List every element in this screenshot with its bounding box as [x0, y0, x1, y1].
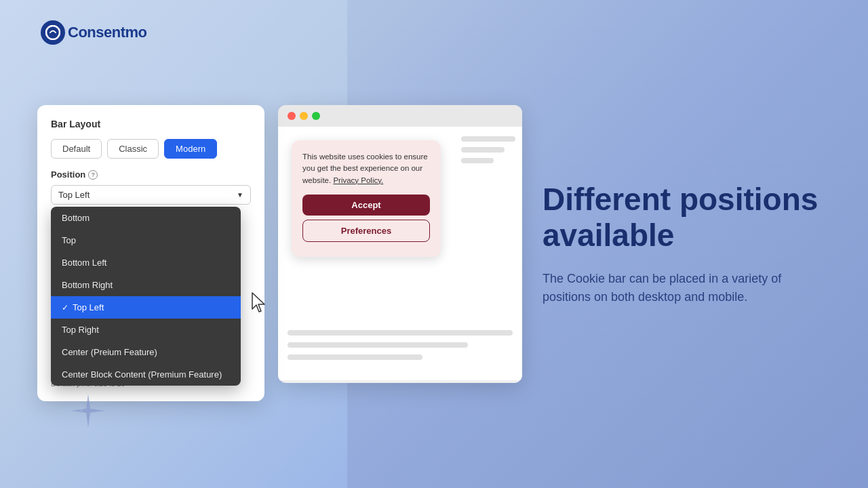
browser-titlebar [278, 105, 522, 127]
classic-layout-button[interactable]: Classic [107, 139, 159, 159]
bar-layout-title: Bar Layout [51, 119, 251, 129]
browser-content-lines [461, 136, 515, 169]
bottom-line-1 [288, 330, 513, 336]
accept-button[interactable]: Accept [302, 195, 430, 216]
traffic-light-yellow [300, 112, 308, 120]
content-line-2 [461, 147, 505, 152]
layout-buttons-group: Default Classic Modern [51, 139, 251, 159]
traffic-light-red [288, 112, 296, 120]
bottom-line-2 [288, 342, 468, 348]
cookie-consent-popup: This website uses cookies to ensure you … [292, 140, 441, 257]
right-description: The Cookie bar can be placed in a variet… [542, 270, 827, 306]
position-option-center-premium[interactable]: Center (Preium Feature) [51, 341, 241, 363]
browser-window-mockup: This website uses cookies to ensure you … [278, 105, 522, 383]
traffic-light-green [312, 112, 320, 120]
position-option-bottom[interactable]: Bottom [51, 207, 241, 229]
browser-content-area: This website uses cookies to ensure you … [278, 127, 522, 380]
right-text-section: Different positions available The Cookie… [542, 182, 827, 306]
position-dropdown-container: Top Left ▼ Bottom Top Bottom Left Bottom… [51, 185, 251, 205]
content-line-3 [461, 158, 494, 163]
selected-checkmark: ✓ [62, 303, 68, 312]
default-layout-button[interactable]: Default [51, 139, 102, 159]
content-line-1 [461, 136, 515, 142]
svg-point-0 [46, 26, 60, 39]
position-label: Position ? [51, 169, 251, 180]
preferences-button[interactable]: Preferences [302, 220, 430, 242]
position-dropdown-menu: Bottom Top Bottom Left Bottom Right ✓ To… [51, 207, 241, 386]
right-main-title: Different positions available [542, 182, 827, 253]
position-selected-value: Top Left [58, 190, 90, 200]
position-option-bottom-right[interactable]: Bottom Right [51, 274, 241, 296]
position-option-top[interactable]: Top [51, 229, 241, 251]
sparkle-decoration [68, 390, 108, 434]
position-option-top-right[interactable]: Top Right [51, 319, 241, 341]
dropdown-arrow-icon: ▼ [237, 191, 243, 199]
position-option-center-block-premium[interactable]: Center Block Content (Premium Feature) [51, 363, 241, 386]
position-help-icon: ? [88, 170, 98, 180]
privacy-policy-link[interactable]: Privacy Policy. [333, 176, 383, 184]
left-panel: Bar Layout Default Classic Modern Positi… [37, 105, 505, 383]
settings-card: Bar Layout Default Classic Modern Positi… [37, 105, 264, 401]
logo-icon [41, 20, 65, 45]
mouse-cursor [250, 290, 271, 320]
browser-bottom-lines [288, 330, 513, 367]
logo-text: Consentmo [68, 24, 147, 41]
cookie-message-text: This website uses cookies to ensure you … [302, 151, 430, 186]
modern-layout-button[interactable]: Modern [164, 139, 217, 159]
bottom-line-3 [288, 354, 422, 360]
position-option-top-left[interactable]: ✓ Top Left [51, 296, 241, 319]
position-option-bottom-left[interactable]: Bottom Left [51, 251, 241, 274]
position-dropdown-trigger[interactable]: Top Left ▼ [51, 185, 251, 205]
logo: Consentmo [41, 20, 147, 45]
